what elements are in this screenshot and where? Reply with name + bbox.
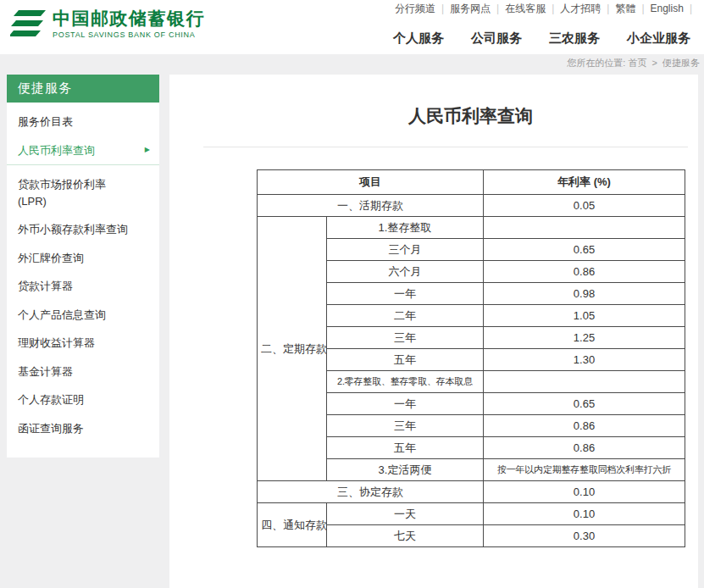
table-row: 一、活期存款0.05 bbox=[258, 195, 685, 217]
separator: | bbox=[552, 3, 554, 14]
sidebar-item-label: 贷款市场报价利率 (LPR) bbox=[18, 178, 106, 208]
rate-table: 项目年利率 (%) 一、活期存款0.05二、定期存款1.整存整取三个月0.65六… bbox=[257, 169, 685, 547]
sidebar-title: 便捷服务 bbox=[7, 75, 159, 103]
table-cell: 五年 bbox=[327, 437, 484, 459]
table-cell: 0.05 bbox=[484, 195, 685, 217]
sidebar-item-label: 外币小额存款利率查询 bbox=[18, 223, 128, 236]
bank-logo[interactable]: 中国邮政储蓄银行 POSTAL SAVINGS BANK OF CHINA bbox=[10, 8, 205, 39]
title-divider bbox=[203, 147, 688, 147]
nav-link-1[interactable]: 公司服务 bbox=[471, 31, 522, 45]
table-cell: 六个月 bbox=[327, 261, 484, 283]
table-cell: 二、定期存款 bbox=[258, 217, 327, 481]
sidebar-item-6[interactable]: 个人产品信息查询 bbox=[7, 301, 159, 330]
breadcrumb-home-link[interactable]: 首页 bbox=[628, 58, 646, 68]
table-cell: 0.65 bbox=[484, 393, 685, 415]
rate-table-header-cell: 年利率 (%) bbox=[484, 170, 685, 195]
table-row: 四、通知存款一天0.10 bbox=[258, 503, 685, 525]
table-cell: 2.零存整取、整存零取、存本取息 bbox=[327, 371, 484, 393]
table-cell: 三年 bbox=[327, 327, 484, 349]
table-cell: 一天 bbox=[327, 503, 484, 525]
table-cell: 三、协定存款 bbox=[258, 481, 484, 503]
table-cell: 一、活期存款 bbox=[258, 195, 484, 217]
rate-table-body: 一、活期存款0.05二、定期存款1.整存整取三个月0.65六个月0.86一年0.… bbox=[258, 195, 685, 547]
table-cell: 0.10 bbox=[484, 503, 685, 525]
top-link-1[interactable]: 服务网点 bbox=[450, 3, 491, 14]
main-nav: 个人服务公司服务三农服务小企业服务 bbox=[366, 31, 690, 47]
top-link-2[interactable]: 在线客服 bbox=[505, 3, 546, 14]
psbc-logo-icon bbox=[10, 9, 46, 38]
sidebar-item-label: 外汇牌价查询 bbox=[18, 252, 84, 264]
sidebar-item-label: 个人产品信息查询 bbox=[18, 308, 106, 321]
table-cell: 0.86 bbox=[484, 261, 685, 283]
table-cell: 四、通知存款 bbox=[258, 503, 327, 547]
top-link-4[interactable]: 繁體 bbox=[615, 3, 635, 14]
table-cell: 1.25 bbox=[484, 327, 685, 349]
table-cell: 一年 bbox=[327, 283, 484, 305]
sidebar-item-4[interactable]: 外汇牌价查询 bbox=[7, 244, 159, 273]
table-cell: 0.30 bbox=[484, 525, 685, 547]
sidebar-item-label: 函证查询服务 bbox=[18, 422, 84, 435]
breadcrumb-separator: > bbox=[652, 58, 657, 68]
chevron-right-icon: ▶ bbox=[145, 145, 150, 155]
table-cell: 1.30 bbox=[484, 349, 685, 371]
bank-logo-text: 中国邮政储蓄银行 POSTAL SAVINGS BANK OF CHINA bbox=[53, 8, 205, 39]
sidebar-item-2[interactable]: 贷款市场报价利率 (LPR) bbox=[7, 170, 159, 215]
bank-name-en: POSTAL SAVINGS BANK OF CHINA bbox=[53, 31, 205, 39]
nav-link-2[interactable]: 三农服务 bbox=[549, 31, 600, 45]
table-cell: 七天 bbox=[327, 525, 484, 547]
table-cell bbox=[484, 217, 685, 239]
table-cell: 0.10 bbox=[484, 481, 685, 503]
table-cell: 三年 bbox=[327, 415, 484, 437]
table-row: 三、协定存款0.10 bbox=[258, 481, 685, 503]
rate-table-head: 项目年利率 (%) bbox=[258, 170, 685, 195]
top-link-3[interactable]: 人才招聘 bbox=[560, 3, 601, 14]
top-links: 分行频道|服务网点|在线客服|人才招聘|繁體|English| bbox=[389, 0, 692, 17]
bank-name-cn: 中国邮政储蓄银行 bbox=[53, 8, 205, 29]
sidebar-item-label: 人民币利率查询 bbox=[18, 144, 95, 157]
breadcrumb-prefix: 您所在的位置: bbox=[567, 58, 625, 68]
table-cell: 0.86 bbox=[484, 415, 685, 437]
table-cell: 0.98 bbox=[484, 283, 685, 305]
separator: | bbox=[607, 3, 609, 14]
separator: | bbox=[496, 3, 499, 14]
sidebar-item-3[interactable]: 外币小额存款利率查询 bbox=[7, 215, 159, 244]
separator: | bbox=[641, 3, 644, 14]
table-cell: 三个月 bbox=[327, 239, 484, 261]
table-cell: 3.定活两便 bbox=[327, 459, 484, 481]
sidebar-item-label: 基金计算器 bbox=[18, 365, 73, 378]
page-title: 人民币利率查询 bbox=[257, 103, 685, 129]
sidebar-item-10[interactable]: 函证查询服务 bbox=[7, 414, 159, 443]
sidebar-item-1[interactable]: 人民币利率查询▶ bbox=[7, 136, 159, 166]
separator: | bbox=[441, 3, 444, 14]
table-cell: 0.65 bbox=[484, 239, 685, 261]
breadcrumb: 您所在的位置: 首页 > 便捷服务 bbox=[567, 57, 700, 69]
sidebar-item-8[interactable]: 基金计算器 bbox=[7, 358, 159, 386]
rate-table-header-cell: 项目 bbox=[258, 170, 484, 195]
nav-link-0[interactable]: 个人服务 bbox=[393, 31, 444, 45]
sidebar-item-7[interactable]: 理财收益计算器 bbox=[7, 329, 159, 358]
sidebar-menu: 服务价目表人民币利率查询▶贷款市场报价利率 (LPR)外币小额存款利率查询外汇牌… bbox=[7, 103, 159, 442]
sidebar-item-0[interactable]: 服务价目表 bbox=[7, 108, 159, 136]
site-header: 中国邮政储蓄银行 POSTAL SAVINGS BANK OF CHINA 分行… bbox=[0, 0, 704, 54]
table-row: 二、定期存款1.整存整取 bbox=[258, 217, 685, 239]
breadcrumb-current: 便捷服务 bbox=[662, 58, 700, 68]
top-link-0[interactable]: 分行频道 bbox=[395, 3, 435, 14]
table-cell bbox=[484, 371, 685, 393]
table-cell: 一年 bbox=[327, 393, 484, 415]
top-link-5[interactable]: English bbox=[651, 3, 684, 14]
table-cell: 按一年以内定期整存整取同档次利率打六折 bbox=[484, 459, 685, 481]
separator: | bbox=[690, 3, 692, 14]
main-content: 人民币利率查询 项目年利率 (%) 一、活期存款0.05二、定期存款1.整存整取… bbox=[169, 75, 698, 588]
sidebar-item-label: 理财收益计算器 bbox=[18, 336, 95, 349]
sidebar: 便捷服务 服务价目表人民币利率查询▶贷款市场报价利率 (LPR)外币小额存款利率… bbox=[7, 75, 159, 458]
sidebar-item-9[interactable]: 个人存款证明 bbox=[7, 386, 159, 414]
content-column: 人民币利率查询 bbox=[257, 75, 685, 129]
table-cell: 二年 bbox=[327, 305, 484, 327]
sidebar-item-label: 服务价目表 bbox=[18, 115, 73, 128]
table-cell: 五年 bbox=[327, 349, 484, 371]
sidebar-item-5[interactable]: 贷款计算器 bbox=[7, 272, 159, 301]
nav-link-3[interactable]: 小企业服务 bbox=[627, 31, 690, 45]
table-cell: 0.86 bbox=[484, 437, 685, 459]
sidebar-item-label: 个人存款证明 bbox=[18, 393, 84, 406]
table-cell: 1.整存整取 bbox=[327, 217, 484, 239]
